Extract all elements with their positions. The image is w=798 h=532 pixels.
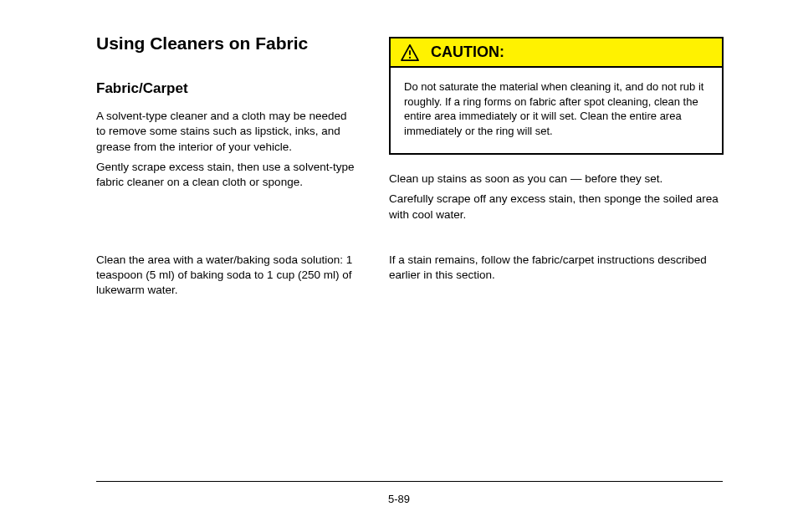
right-below-caution: Clean up stains as soon as you can — bef… [389,171,724,223]
left-column: Using Cleaners on Fabric Fabric/Carpet A… [96,33,356,228]
warning-triangle-icon [401,44,419,61]
caution-text: Do not saturate the material when cleani… [404,79,708,138]
caution-box: CAUTION: Do not saturate the material wh… [389,37,724,155]
right-column: CAUTION: Do not saturate the material wh… [389,33,724,228]
lower-right: If a stain remains, follow the fabric/ca… [389,253,723,299]
caution-header: CAUTION: [391,38,722,68]
left-body: A solvent-type cleaner and a cloth may b… [96,109,356,190]
manual-page: Using Cleaners on Fabric Fabric/Carpet A… [0,0,798,299]
left-paragraph-1: A solvent-type cleaner and a cloth may b… [96,109,356,155]
lower-columns: Clean the area with a water/baking soda … [96,253,723,299]
subsection-heading: Fabric/Carpet [96,80,356,97]
footer-rule [96,481,723,482]
caution-title: CAUTION: [431,43,504,61]
lower-left: Clean the area with a water/baking soda … [96,253,356,299]
page-number: 5-89 [0,493,798,505]
right-below-p1: Clean up stains as soon as you can — bef… [389,171,724,187]
left-paragraph-2: Gently scrape excess stain, then use a s… [96,160,356,190]
right-below-p2: Carefully scrape off any excess stain, t… [389,192,724,222]
svg-point-1 [409,56,411,58]
caution-body: Do not saturate the material when cleani… [391,68,722,153]
top-columns: Using Cleaners on Fabric Fabric/Carpet A… [96,33,723,228]
section-heading: Using Cleaners on Fabric [96,33,356,54]
